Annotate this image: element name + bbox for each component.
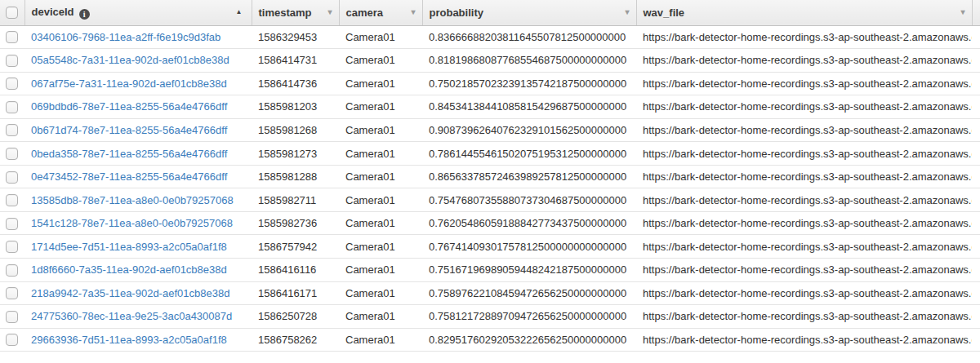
row-checkbox[interactable] xyxy=(6,77,18,90)
table-row: 067af75e-7a31-11ea-902d-aef01cb8e38d 158… xyxy=(0,72,980,95)
timestamp-cell: 1586416171 xyxy=(252,281,339,305)
timestamp-cell: 1586250728 xyxy=(252,305,339,329)
column-header-wav-file-label: wav_file xyxy=(644,7,685,19)
camera-cell: Camera01 xyxy=(339,72,422,95)
row-checkbox[interactable] xyxy=(6,31,18,43)
row-checkbox[interactable] xyxy=(6,218,18,230)
row-edge-stub xyxy=(972,328,980,352)
chevron-down-icon[interactable]: ▾ xyxy=(411,8,415,16)
camera-cell: Camera01 xyxy=(339,25,422,49)
row-edge-stub xyxy=(972,118,980,142)
table-row: 05a5548c-7a31-11ea-902d-aef01cb8e38d 158… xyxy=(0,49,980,73)
table-body: 03406106-7968-11ea-a2ff-f6e19c9d3fab 158… xyxy=(0,25,980,352)
row-checkbox[interactable] xyxy=(6,148,18,160)
device-id-link[interactable]: 13585db8-78e7-11ea-a8e0-0e0b79257068 xyxy=(31,194,234,206)
timestamp-cell: 1586414736 xyxy=(252,72,339,95)
row-checkbox[interactable] xyxy=(6,241,18,253)
row-checkbox-cell xyxy=(0,95,24,119)
device-id-link[interactable]: 069bdbd6-78e7-11ea-8255-56a4e4766dff xyxy=(31,100,227,113)
probability-cell: 0.86563378572463989257812500000000 xyxy=(422,165,636,188)
column-header-deviceid[interactable]: deviceIdi ▲ xyxy=(24,0,252,25)
row-checkbox-cell xyxy=(0,188,24,212)
camera-cell: Camera01 xyxy=(339,235,422,259)
row-checkbox[interactable] xyxy=(6,264,18,277)
row-edge-stub xyxy=(972,142,980,166)
device-id-cell: 1d8f6660-7a35-11ea-902d-aef01cb8e38d xyxy=(24,258,252,281)
row-checkbox[interactable] xyxy=(6,171,18,184)
timestamp-cell: 1586758262 xyxy=(252,328,339,352)
table-row: 03406106-7968-11ea-a2ff-f6e19c9d3fab 158… xyxy=(0,25,980,49)
table-row: 29663936-7d51-11ea-8993-a2c05a0af1f8 158… xyxy=(0,328,980,352)
column-header-timestamp[interactable]: timestamp ▾ xyxy=(252,0,339,25)
table-row: 13585db8-78e7-11ea-a8e0-0e0b79257068 158… xyxy=(0,188,980,212)
probability-cell: 0.81819868087768554687500000000000 xyxy=(422,49,636,73)
chevron-down-icon[interactable]: ▾ xyxy=(960,8,964,16)
wav-file-cell: https://bark-detector-home-recordings.s3… xyxy=(636,95,972,119)
camera-cell: Camera01 xyxy=(339,188,422,212)
device-id-cell: 0b671d74-78e7-11ea-8255-56a4e4766dff xyxy=(24,118,252,142)
row-checkbox[interactable] xyxy=(6,334,18,346)
probability-cell: 0.84534138441085815429687500000000 xyxy=(422,95,636,119)
device-id-link[interactable]: 24775360-78ec-11ea-9e25-3ac0a430087d xyxy=(31,310,232,322)
row-checkbox[interactable] xyxy=(6,55,18,67)
camera-cell: Camera01 xyxy=(339,142,422,166)
device-id-link[interactable]: 1d8f6660-7a35-11ea-902d-aef01cb8e38d xyxy=(31,263,227,276)
wav-file-cell: https://bark-detector-home-recordings.s3… xyxy=(636,188,972,212)
device-id-link[interactable]: 29663936-7d51-11ea-8993-a2c05a0af1f8 xyxy=(31,334,227,346)
camera-cell: Camera01 xyxy=(339,118,422,142)
device-id-link[interactable]: 1541c128-78e7-11ea-a8e0-0e0b79257068 xyxy=(31,217,233,229)
device-id-link[interactable]: 218a9942-7a35-11ea-902d-aef01cb8e38d xyxy=(31,287,229,299)
info-icon[interactable]: i xyxy=(79,9,90,20)
device-id-link[interactable]: 067af75e-7a31-11ea-902d-aef01cb8e38d xyxy=(31,77,227,90)
timestamp-cell: 1586414731 xyxy=(252,49,339,73)
chevron-down-icon[interactable]: ▾ xyxy=(327,8,332,16)
row-checkbox-cell xyxy=(0,118,24,142)
row-checkbox[interactable] xyxy=(6,287,18,299)
device-id-link[interactable]: 0b671d74-78e7-11ea-8255-56a4e4766dff xyxy=(31,124,227,136)
table-row: 24775360-78ec-11ea-9e25-3ac0a430087d 158… xyxy=(0,305,980,329)
device-id-link[interactable]: 0beda358-78e7-11ea-8255-56a4e4766dff xyxy=(31,148,227,160)
probability-cell: 0.75021857023239135742187500000000 xyxy=(422,72,636,95)
header-edge-stub xyxy=(972,0,980,25)
probability-cell: 0.76205486059188842773437500000000 xyxy=(422,211,636,235)
table-row: 0beda358-78e7-11ea-8255-56a4e4766dff 158… xyxy=(0,142,980,166)
row-checkbox-cell xyxy=(0,235,24,259)
select-all-checkbox[interactable] xyxy=(6,7,18,19)
probability-cell: 0.75476807355880737304687500000000 xyxy=(422,188,636,212)
probability-cell: 0.78614455461502075195312500000000 xyxy=(422,142,636,166)
column-header-timestamp-label: timestamp xyxy=(259,7,312,19)
device-id-cell: 0e473452-78e7-11ea-8255-56a4e4766dff xyxy=(24,165,252,188)
table-row: 1714d5ee-7d51-11ea-8993-a2c05a0af1f8 158… xyxy=(0,235,980,259)
column-header-probability-label: probability xyxy=(430,7,483,19)
table-row: 1d8f6660-7a35-11ea-902d-aef01cb8e38d 158… xyxy=(0,258,980,281)
device-id-link[interactable]: 0e473452-78e7-11ea-8255-56a4e4766dff xyxy=(31,170,227,183)
row-checkbox-cell xyxy=(0,165,24,188)
row-checkbox-cell xyxy=(0,211,24,235)
row-checkbox[interactable] xyxy=(6,194,18,206)
row-checkbox[interactable] xyxy=(6,124,18,136)
device-id-link[interactable]: 05a5548c-7a31-11ea-902d-aef01cb8e38d xyxy=(31,54,229,66)
row-edge-stub xyxy=(972,211,980,235)
column-header-wav-file[interactable]: wav_file ▾ xyxy=(636,0,972,25)
chevron-down-icon[interactable]: ▾ xyxy=(625,8,629,16)
wav-file-cell: https://bark-detector-home-recordings.s3… xyxy=(636,142,972,166)
row-checkbox-cell xyxy=(0,281,24,305)
select-all-checkbox-cell xyxy=(0,0,24,25)
row-checkbox[interactable] xyxy=(6,101,18,113)
device-id-link[interactable]: 03406106-7968-11ea-a2ff-f6e19c9d3fab xyxy=(31,31,220,43)
column-header-probability[interactable]: probability ▾ xyxy=(422,0,636,25)
row-edge-stub xyxy=(972,95,980,119)
row-edge-stub xyxy=(972,281,980,305)
table-row: 218a9942-7a35-11ea-902d-aef01cb8e38d 158… xyxy=(0,281,980,305)
sort-ascending-icon[interactable]: ▲ xyxy=(236,9,243,15)
row-checkbox[interactable] xyxy=(6,311,18,323)
column-header-camera[interactable]: camera ▾ xyxy=(339,0,422,25)
probability-cell: 0.75812172889709472656250000000000 xyxy=(422,305,636,329)
table-header: deviceIdi ▲ timestamp ▾ camera ▾ probabi… xyxy=(0,0,980,25)
camera-cell: Camera01 xyxy=(339,328,422,352)
device-id-link[interactable]: 1714d5ee-7d51-11ea-8993-a2c05a0af1f8 xyxy=(31,241,227,253)
table-row: 0e473452-78e7-11ea-8255-56a4e4766dff 158… xyxy=(0,165,980,188)
device-id-cell: 0beda358-78e7-11ea-8255-56a4e4766dff xyxy=(24,142,252,166)
wav-file-cell: https://bark-detector-home-recordings.s3… xyxy=(636,235,972,259)
wav-file-cell: https://bark-detector-home-recordings.s3… xyxy=(636,305,972,329)
